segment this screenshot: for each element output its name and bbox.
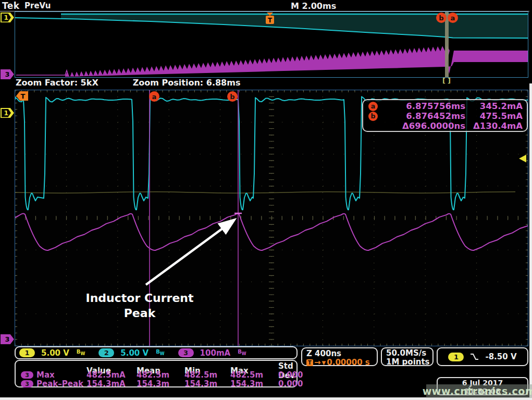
ch3-overview-baseline [16,70,68,75]
zoom-status-bar: Zoom Factor: 5kXZoom Position: 6.88ms [16,78,380,89]
trigger-time-letter: T [21,92,26,100]
ch1-waveform [15,192,515,193]
ch1-marker-overview[interactable]: 1 [1,13,14,22]
acquisition-status: PreVu [24,1,51,10]
horizontal-readout-box: Z 400ns T→▼0.00000 s [301,347,378,366]
cursor-delta-value: Δ130.4mA [465,121,523,131]
ch3-scale: 100mA [200,348,231,358]
meas-ch-badge: 3 [21,380,33,387]
ch3-bandwidth-icon: BW [238,349,246,357]
cursor-b-badge: b [368,112,378,121]
ch3-settings[interactable]: 3 100mA BW [178,348,246,358]
measurement-row-max: 3Max 482.5mA 482.5m 482.5m 482.5m 0.000 [21,370,293,379]
ch3-badge: 3 [178,348,194,357]
cursor-delta-readout: Δ696.0000ns Δ130.4mA [368,121,523,131]
trigger-readout-box: 1 -8.50 V [437,347,528,366]
cursor-a-value: 345.2mA [465,101,523,111]
ch3-marker-main[interactable]: 3 [1,334,14,344]
tek-logo: Tek [2,1,20,11]
cursor-a-letter: a [152,93,157,101]
zoom-timebase: Z 400ns [306,349,377,358]
triangle-down-icon: ▼ [322,360,326,366]
ch2-badge: 2 [98,348,114,357]
measurement-header-row: Value Mean Min Max Std Dev [21,361,293,370]
ch1-settings[interactable]: 1 5.00 V BW [19,348,85,358]
zoom-window-handle[interactable]: [] [442,77,453,84]
cursor-b-time: 6.876452ms [382,111,465,121]
watermark: www.cntronics.com [426,384,532,398]
annotation-line1: Inductor Current [72,290,207,306]
trigger-level-arrow[interactable] [519,155,526,163]
cursor-b-letter: b [230,93,234,101]
measurement-row-peakpeak: 3Peak–Peak 154.3mA 154.3m 154.3m 154.3m … [21,379,293,388]
cursor-a-readout: a 6.875756ms 345.2mA [368,101,523,111]
trigger-position-readout: T→▼0.00000 s [306,358,377,367]
right-frame-strip [529,83,532,397]
falling-edge-icon [470,353,479,360]
timebase-readout: M 2.00ms [291,1,336,11]
annotation-label: Inductor Current Peak [72,290,207,321]
sample-rate: 50.0MS/s [386,349,432,358]
annotation-arrow [146,220,234,285]
cursor-b-letter-overview: b [439,14,443,22]
zoom-window-bar[interactable] [445,12,449,77]
trigger-source-badge: 1 [448,353,464,361]
cursor-a-badge: a [368,102,378,111]
annotation-line2: Peak [72,306,207,321]
ch1-bandwidth-icon: BW [77,349,85,357]
cursor-delta-time: Δ696.0000ns [382,121,465,131]
title-bar [0,0,529,11]
overview-plot: T b a [15,12,528,77]
oscilloscope-screen: Tek PreVu M 2.00ms T b a 1 3 1 3 Zoom Fa… [0,0,532,400]
arrow-right-icon: → [314,358,321,367]
acquisition-readout-box: 50.0MS/s 1M points [381,347,434,366]
zoom-position-label: Zoom Position: 6.88ms [133,78,241,88]
ch3-marker-overview[interactable]: 3 [1,69,14,79]
ch3-overview-envelope [65,46,528,77]
channel-settings-bar: 1 5.00 V BW 2 5.00 V BW 3 100mA BW [15,346,298,359]
record-length: 1M points [386,358,432,367]
ch2-scale: 5.00 V [120,348,149,358]
trigger-position-letter: T [268,17,273,24]
cursor-a-time: 6.875756ms [382,101,465,111]
ch2-settings[interactable]: 2 5.00 V BW [98,348,164,358]
overview-window: T b a [15,11,528,78]
cursor-b-readout: b 6.876452ms 475.5mA [368,111,523,121]
ch1-marker-main[interactable]: 1 [1,108,14,118]
meas-ch-badge: 3 [21,371,33,379]
ch1-badge: 1 [19,348,35,357]
cursor-readout-box: a 6.875756ms 345.2mA b 6.876452ms 475.5m… [362,99,528,132]
measurement-table: Value Mean Min Max Std Dev 3Max 482.5mA … [15,360,298,387]
cursor-a-letter-overview: a [451,14,455,22]
trigger-level: -8.50 V [485,352,516,361]
ch1-scale: 5.00 V [41,348,69,358]
zoom-factor-label: Zoom Factor: 5kX [16,78,98,88]
ch2-bandwidth-icon: BW [156,349,164,357]
cursor-b-value: 475.5mA [465,111,523,121]
trigger-icon: T [306,359,313,366]
